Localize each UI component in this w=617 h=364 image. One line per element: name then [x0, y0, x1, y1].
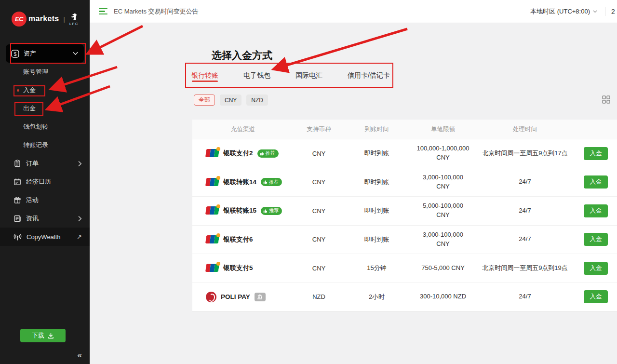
menu-toggle-icon[interactable]	[99, 8, 107, 15]
cell-limit: 3,000-100,000 CNY	[416, 230, 470, 249]
recommended-badge: 推荐	[257, 149, 279, 158]
thumbs-up-icon	[260, 151, 264, 156]
cell-processing: 24/7	[519, 235, 531, 244]
cell-currency: CNY	[291, 236, 347, 243]
sidebar-item-orders[interactable]: 订单	[0, 154, 90, 173]
logo-separator: |	[63, 15, 65, 23]
cell-currency: NZD	[291, 293, 347, 300]
sidebar-item-label: 订单	[26, 159, 78, 168]
badge-label: 推荐	[269, 179, 279, 186]
deposit-button[interactable]: 入金	[584, 204, 608, 217]
cell-arrival: 即时到账	[347, 235, 407, 244]
recommended-badge: 推荐	[261, 178, 282, 186]
channel-name: 银联支付6	[223, 235, 253, 244]
filter-nzd[interactable]: NZD	[246, 94, 268, 106]
cell-arrival: 即时到账	[347, 149, 407, 158]
divider	[605, 7, 605, 16]
collapse-sidebar-icon[interactable]: «	[78, 351, 82, 360]
cell-processing: 24/7	[519, 177, 531, 187]
cell-arrival: 15分钟	[347, 264, 407, 272]
sidebar-item-economic-calendar[interactable]: 经济日历	[0, 173, 90, 191]
table-row: 银联支付5 CNY 15分钟 750-5,000 CNY 北京时间周一至周五9点…	[192, 254, 617, 283]
announcement-text: EC Markets 交易时间变更公告	[114, 7, 199, 16]
topbar-right: 本地时区 (UTC+8:00) 2	[530, 0, 617, 23]
sidebar: EC markets | LFC $ 资产	[0, 0, 90, 364]
cell-processing: 24/7	[519, 206, 531, 216]
sidebar-item-withdraw[interactable]: 出金	[0, 99, 90, 118]
polipay-icon	[206, 292, 216, 302]
sidebar-item-label: CopyWealth	[27, 233, 77, 241]
notification-count[interactable]: 2	[611, 8, 617, 15]
page-title: 选择入金方式	[212, 49, 272, 62]
chevron-down-icon	[73, 52, 78, 55]
caret-down-icon	[593, 10, 597, 13]
bank-badge-icon	[255, 293, 266, 301]
table-header: 充值渠道 支持币种 到账时间 单笔限额 处理时间	[192, 120, 617, 139]
liver-bird-icon	[69, 12, 79, 22]
logo-row: EC markets | LFC	[0, 0, 90, 31]
unionpay-icon	[206, 206, 219, 215]
sidebar-item-wallet-transfer[interactable]: 钱包划转	[0, 118, 90, 136]
deposit-button[interactable]: 入金	[584, 262, 608, 275]
deposit-button[interactable]: 入金	[584, 290, 608, 303]
sidebar-item-transfer-records[interactable]: 转账记录	[0, 136, 90, 154]
sidebar-item-label: 资产	[24, 49, 73, 58]
grid-view-icon[interactable]	[602, 95, 610, 104]
thumbs-up-icon	[263, 180, 268, 184]
ec-logo: EC	[12, 12, 27, 27]
badge-label: 推荐	[266, 150, 275, 157]
deposit-button[interactable]: 入金	[584, 147, 608, 160]
calendar-icon	[13, 178, 21, 186]
sidebar-item-assets[interactable]: $ 资产	[6, 44, 84, 63]
unionpay-icon	[206, 178, 219, 187]
cell-arrival: 即时到账	[347, 206, 407, 215]
unionpay-icon	[206, 149, 219, 158]
tab-bank-transfer[interactable]: 银行转账	[191, 64, 218, 87]
sidebar-item-label: 资讯	[26, 214, 78, 223]
filter-cny[interactable]: CNY	[220, 94, 241, 106]
channel-name: POLI PAY	[221, 293, 250, 300]
table-row: POLI PAY NZD 2小时 3	[192, 283, 617, 311]
cell-arrival: 即时到账	[347, 178, 407, 187]
sidebar-item-label: 出金	[23, 104, 36, 113]
brand-name: markets	[28, 14, 59, 23]
table-row: 银联转账15 推荐 CNY 即时到账 5,000-100,000 CNY 24/…	[192, 196, 617, 225]
cell-limit: 5,000-100,000 CNY	[416, 202, 470, 220]
sidebar-item-activities[interactable]: 活动	[0, 191, 90, 209]
sidebar-item-deposit[interactable]: 入金	[0, 81, 90, 99]
unionpay-icon	[206, 235, 219, 244]
cell-processing: 北京时间周一至周五9点到17点	[482, 149, 568, 158]
channel-name: 银联支付2	[223, 149, 253, 158]
recommended-badge: 推荐	[261, 207, 282, 215]
thumbs-up-icon	[263, 209, 268, 213]
sidebar-item-news[interactable]: 资讯	[0, 209, 90, 228]
header-channel: 充值渠道	[192, 125, 291, 134]
clipboard-icon	[13, 160, 21, 167]
svg-text:$: $	[14, 51, 17, 56]
download-label: 下载	[32, 331, 44, 340]
sidebar-item-label: 账号管理	[23, 67, 48, 76]
sidebar-item-label: 活动	[26, 196, 82, 204]
download-button[interactable]: 下载	[20, 329, 66, 342]
sidebar-item-copywealth[interactable]: CopyWealth ↗	[0, 228, 90, 246]
lfc-logo: LFC	[69, 12, 79, 26]
deposit-button[interactable]: 入金	[584, 233, 608, 246]
timezone-selector[interactable]: 本地时区 (UTC+8:00)	[530, 7, 597, 16]
deposit-page: 选择入金方式 银行转账 电子钱包 国际电汇 信用卡/借记卡 全部 CNY NZD	[90, 23, 617, 364]
table-row: 银联支付6 CNY 即时到账 3,000-100,000 CNY 24/7 入金	[192, 225, 617, 254]
sidebar-item-account-management[interactable]: 账号管理	[0, 63, 90, 81]
tab-credit-debit-card[interactable]: 信用卡/借记卡	[348, 64, 390, 87]
filter-all[interactable]: 全部	[194, 94, 215, 106]
deposit-button[interactable]: 入金	[584, 175, 608, 189]
timezone-label: 本地时区 (UTC+8:00)	[530, 7, 590, 16]
broadcast-icon	[13, 233, 22, 241]
cell-limit: 300-10,000 NZD	[420, 292, 466, 301]
tab-international-wire[interactable]: 国际电汇	[295, 64, 322, 87]
dollar-icon: $	[11, 50, 19, 58]
sidebar-menu: $ 资产 账号管理 入金 出金 钱包划转 转账记录	[0, 44, 90, 246]
tab-e-wallet[interactable]: 电子钱包	[243, 64, 270, 87]
lfc-label: LFC	[69, 22, 79, 26]
cell-limit: 750-5,000 CNY	[421, 264, 465, 273]
deposit-channels-table: 充值渠道 支持币种 到账时间 单笔限额 处理时间 银联支付2 推荐	[192, 120, 617, 311]
active-dot	[17, 89, 19, 92]
